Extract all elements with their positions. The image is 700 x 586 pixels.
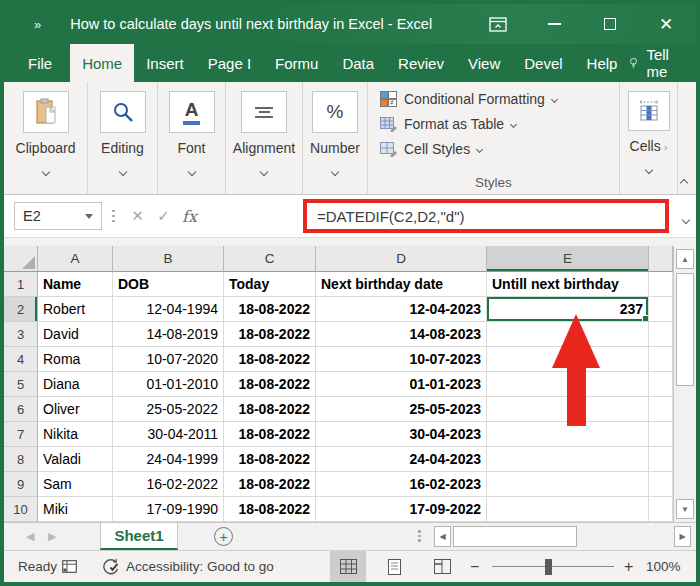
row-header-7[interactable]: 7 [4,422,38,447]
formula-input[interactable]: =DATEDIF(C2,D2,"d") [317,208,464,225]
cell-C7[interactable]: 18-08-2022 [224,422,316,447]
row-header-5[interactable]: 5 [4,372,38,397]
cell-D8[interactable]: 24-04-2023 [316,447,487,472]
add-sheet-button[interactable]: + [214,527,233,546]
cell-B7[interactable]: 30-04-2011 [113,422,224,447]
cell-A4[interactable]: Roma [38,347,113,372]
enter-icon[interactable]: ✓ [151,207,177,225]
cell-E5[interactable] [487,372,649,397]
cell-C10[interactable]: 18-08-2022 [224,497,316,522]
tab-home[interactable]: Home [70,44,134,82]
ribbon-display-options-icon[interactable] [488,14,508,34]
cell-A9[interactable]: Sam [38,472,113,497]
scroll-right-icon[interactable]: ▶ [674,526,691,547]
page-layout-view-button[interactable] [376,551,412,582]
sheet-tab-sheet1[interactable]: Sheet1 [100,523,178,550]
cell-A10[interactable]: Miki [38,497,113,522]
row-header-2[interactable]: 2 [4,297,38,322]
scroll-down-icon[interactable]: ▼ [676,499,694,519]
cell-D9[interactable]: 16-02-2023 [316,472,487,497]
macro-record-icon[interactable] [62,551,77,582]
formula-bar-expand-icon[interactable] [683,209,689,227]
cell-F5[interactable] [649,372,673,397]
cell-B6[interactable]: 25-05-2022 [113,397,224,422]
column-header-C[interactable]: C [224,246,316,272]
tab-strip-handle-icon[interactable] [418,530,421,542]
cell-E10[interactable] [487,497,649,522]
cell-A7[interactable]: Nikita [38,422,113,447]
scroll-up-icon[interactable]: ▲ [676,249,694,269]
name-box[interactable]: E2 [14,202,102,230]
row-header-3[interactable]: 3 [4,322,38,347]
format-as-table-button[interactable]: Format as Table [380,116,516,132]
zoom-in-button[interactable]: + [624,551,633,582]
maximize-button[interactable] [600,14,620,34]
row-header-9[interactable]: 9 [4,472,38,497]
cell-A6[interactable]: Oliver [38,397,113,422]
tab-page-i[interactable]: Page I [196,44,263,82]
accessibility-checker[interactable]: Accessibility: Good to go [102,551,274,582]
cell-B3[interactable]: 14-08-2019 [113,322,224,347]
tab-data[interactable]: Data [330,44,386,82]
row-header-6[interactable]: 6 [4,397,38,422]
normal-view-button[interactable] [330,551,366,582]
cell-C4[interactable]: 18-08-2022 [224,347,316,372]
cell-F10[interactable] [649,497,673,522]
font-group[interactable]: A Font [158,82,226,194]
cell-F3[interactable] [649,322,673,347]
tab-help[interactable]: Help [575,44,630,82]
horizontal-scroll-thumb[interactable] [453,526,577,547]
tab-view[interactable]: View [456,44,512,82]
cell-E8[interactable] [487,447,649,472]
vertical-scroll-thumb[interactable] [676,273,694,386]
conditional-formatting-button[interactable]: ≠ Conditional Formatting [380,91,557,107]
cell-F7[interactable] [649,422,673,447]
close-button[interactable]: ✕ [656,14,676,34]
cell-B5[interactable]: 01-01-2010 [113,372,224,397]
cell-C3[interactable]: 18-08-2022 [224,322,316,347]
cell-F4[interactable] [649,347,673,372]
cell-D2[interactable]: 12-04-2023 [316,297,487,322]
cell-D1[interactable]: Next birthday date [316,272,487,297]
cell-F1[interactable] [649,272,673,297]
page-break-view-button[interactable] [424,551,460,582]
editing-group[interactable]: Editing [88,82,158,194]
cell-A2[interactable]: Robert [38,297,113,322]
cell-B8[interactable]: 24-04-1999 [113,447,224,472]
clipboard-group[interactable]: Clipboard [4,82,88,194]
cell-F6[interactable] [649,397,673,422]
cancel-icon[interactable]: ✕ [125,207,151,225]
cell-C1[interactable]: Today [224,272,316,297]
formula-bar-handle-icon[interactable] [112,210,115,223]
cell-C9[interactable]: 18-08-2022 [224,472,316,497]
zoom-out-button[interactable]: − [470,551,479,582]
cell-B1[interactable]: DOB [113,272,224,297]
cell-styles-button[interactable]: Cell Styles [380,141,482,157]
cell-E9[interactable] [487,472,649,497]
cell-D7[interactable]: 30-04-2023 [316,422,487,447]
cell-A3[interactable]: David [38,322,113,347]
cell-D3[interactable]: 14-08-2023 [316,322,487,347]
cell-A1[interactable]: Name [38,272,113,297]
cell-C2[interactable]: 18-08-2022 [224,297,316,322]
collapse-ribbon-icon[interactable] [680,179,688,187]
tab-insert[interactable]: Insert [134,44,196,82]
cells-group[interactable]: Cells › [620,82,678,194]
row-header-1[interactable]: 1 [4,272,38,297]
sheet-nav-left-icon[interactable]: ◀ [26,530,34,543]
row-header-8[interactable]: 8 [4,447,38,472]
minimize-button[interactable] [544,14,564,34]
cell-C5[interactable]: 18-08-2022 [224,372,316,397]
quick-access-overflow-icon[interactable]: » [34,17,42,32]
column-header-sliver[interactable] [649,246,673,272]
column-header-E[interactable]: E [487,246,649,272]
alignment-group[interactable]: Alignment [226,82,303,194]
cell-B2[interactable]: 12-04-1994 [113,297,224,322]
cell-A5[interactable]: Diana [38,372,113,397]
tell-me-button[interactable]: Tell me [629,46,675,80]
number-group[interactable]: % Number [303,82,368,194]
name-box-dropdown-icon[interactable] [85,214,93,219]
cell-B10[interactable]: 17-09-1990 [113,497,224,522]
cell-A8[interactable]: Valadi [38,447,113,472]
vertical-scrollbar[interactable]: ▲ ▼ [673,246,696,522]
